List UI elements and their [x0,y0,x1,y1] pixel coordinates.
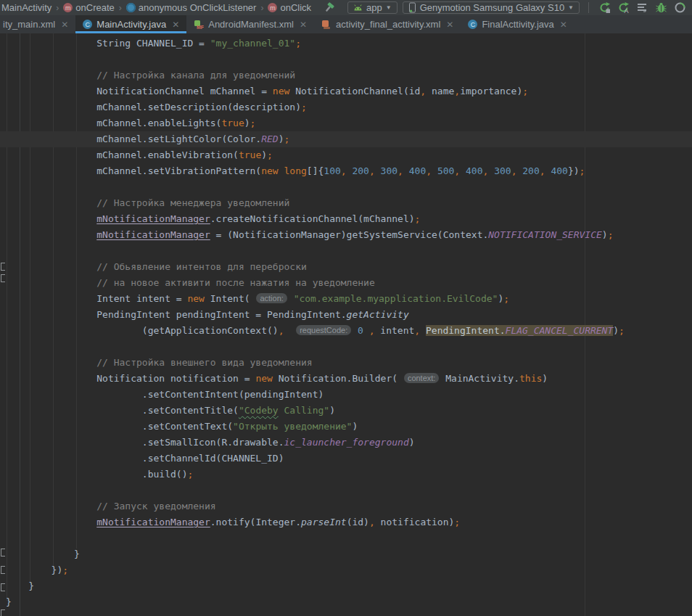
tab-label: ity_main.xml [3,19,55,30]
code-line: mChannel.setVibrationPattern(new long[]{… [0,163,692,179]
module-selector[interactable]: app ▼ [347,1,398,14]
tab-finalacttivity-java[interactable]: C FinalActtivity.java ✕ [461,15,574,33]
close-icon[interactable]: ✕ [172,20,179,30]
close-icon[interactable]: ✕ [61,20,68,30]
svg-text:A: A [624,7,628,14]
code-line [0,339,692,355]
code-line: // Настройка внешнего вида уведомления [0,355,692,371]
code-line: NotificationChannel mChannel = new Notif… [0,83,692,99]
code-line: PendingIntent pendingIntent = PendingInt… [0,307,692,323]
code-line: }); [0,562,692,578]
tab-androidmanifest-xml[interactable]: MF AndroidManifest.xml ✕ [186,15,314,33]
code-line: } [0,594,692,610]
code-editor[interactable]: String CHANNEL_ID = "my_channel_01"; // … [0,33,692,616]
code-line: .setChannelId(CHANNEL_ID) [0,451,692,467]
code-line: mNotificationManager.notify(Integer.pars… [0,514,692,530]
code-line: // Запуск уведомления [0,498,692,514]
breadcrumb-separator-icon: › [260,3,263,13]
code-line [0,530,692,546]
phone-icon [408,2,416,13]
breadcrumb-separator-icon: › [56,3,59,13]
code-line: .setContentTitle("Codeby Calling") [0,403,692,419]
close-icon[interactable]: ✕ [560,20,567,30]
build-hammer-icon[interactable] [323,1,336,15]
breadcrumb-item-class[interactable]: MainActivity [0,2,53,13]
tab-activity-main-xml[interactable]: ity_main.xml ✕ [0,15,75,33]
profiler-icon[interactable] [673,1,686,15]
toolbar-divider [588,2,589,13]
code-line: mChannel.enableLights(true); [0,115,692,131]
svg-text:MF: MF [197,25,204,30]
tab-label: AndroidManifest.xml [208,19,294,30]
breadcrumb-label: anonymous OnClickListener [139,2,257,13]
layout-xml-file-icon [321,20,331,30]
code-line: Intent intent = new Intent( action: "com… [0,291,692,307]
debug-icon[interactable] [654,1,667,15]
method-icon: m [63,3,73,12]
code-line [0,482,692,498]
code-line: mChannel.setLightColor(Color.RED); [0,131,692,147]
breadcrumb: MainActivity › m onCreate › anonymous On… [0,2,313,13]
code-line: // Настройка менеджера уведомлений [0,195,692,211]
code-line: } [0,578,692,594]
code-line [0,179,692,195]
code-line: .setContentText("Открыть уведомление") [0,419,692,435]
editor-tab-bar: ity_main.xml ✕ C MainActivity.java ✕ MF … [0,15,692,33]
code-line: mChannel.setDescription(description); [0,99,692,115]
tab-label: activity_final_acttivity.xml [336,19,440,30]
code-line: // на новое активити после нажатия на ув… [0,275,692,291]
anonymous-class-icon [126,3,136,12]
device-selector[interactable]: Genymotion Samsung Galaxy S10 ▼ [403,1,580,14]
manifest-file-icon: MF [194,20,204,30]
java-class-icon: C [83,20,92,29]
code-line: mChannel.enableVibration(true); [0,147,692,163]
android-icon [353,4,363,11]
breadcrumb-item-oncreate[interactable]: m onCreate [62,2,115,13]
code-line: .setSmallIcon(R.drawable.ic_launcher_for… [0,435,692,451]
apply-changes-icon[interactable] [598,1,611,15]
code-line: // Настройка канала для уведомлений [0,67,692,83]
code-line: (getApplicationContext(), requestCode: 0… [0,323,692,339]
tab-label: MainActivity.java [96,19,166,30]
fold-marker[interactable] [1,609,5,616]
device-selector-label: Genymotion Samsung Galaxy S10 [420,2,564,13]
code-line [0,243,692,259]
code-line: String CHANNEL_ID = "my_channel_01"; [0,36,692,52]
java-class-icon: C [468,20,477,29]
run-tasks-icon[interactable] [635,1,648,15]
tab-mainactivity-java[interactable]: C MainActivity.java ✕ [75,15,186,33]
breadcrumb-separator-icon: › [119,3,122,13]
code-line: // Обьявление интентов для переброски [0,259,692,275]
tab-activity-final-acttivity-xml[interactable]: activity_final_acttivity.xml ✕ [314,15,461,33]
module-selector-label: app [366,2,382,13]
chevron-down-icon: ▼ [568,4,574,11]
code-text: String CHANNEL_ID = "my_channel_01"; // … [0,36,692,610]
breadcrumb-label: MainActivity [1,2,52,13]
code-line: .build(); [0,467,692,482]
method-icon: m [268,3,277,12]
apply-code-changes-icon[interactable]: A [617,1,630,15]
tab-label: FinalActtivity.java [482,19,553,30]
close-icon[interactable]: ✕ [300,20,307,30]
chevron-down-icon: ▼ [386,4,392,11]
close-icon[interactable]: ✕ [446,20,453,30]
breadcrumb-label: onCreate [75,2,114,13]
breadcrumb-item-anonymous-class[interactable]: anonymous OnClickListener [125,2,258,13]
breadcrumb-label: onClick [280,2,311,13]
main-toolbar: MainActivity › m onCreate › anonymous On… [0,0,692,15]
code-line: .setContentIntent(pendingIntent) [0,387,692,403]
code-line: mNotificationManager.createNotificationC… [0,211,692,227]
code-line [0,52,692,67]
code-line: mNotificationManager = (NotificationMana… [0,227,692,243]
breadcrumb-item-onclick[interactable]: m onClick [266,2,313,13]
code-line: } [0,546,692,562]
code-line: Notification notification = new Notifica… [0,371,692,387]
